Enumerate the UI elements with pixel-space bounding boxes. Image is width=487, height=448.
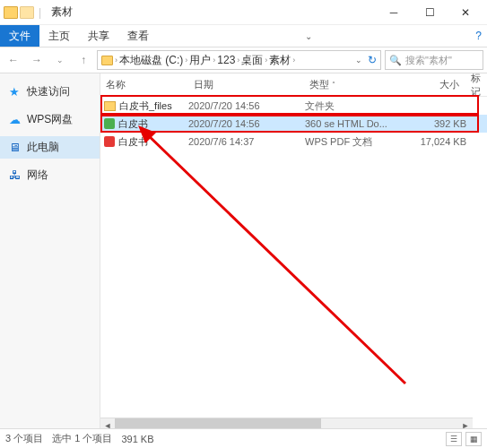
chevron-right-icon: › bbox=[185, 56, 187, 65]
html-file-icon bbox=[104, 118, 115, 129]
menubar: 文件 主页 共享 查看 ⌄ ? bbox=[0, 25, 487, 47]
menu-view[interactable]: 查看 bbox=[118, 25, 158, 47]
menu-home[interactable]: 主页 bbox=[39, 25, 79, 47]
help-icon[interactable]: ? bbox=[475, 30, 482, 42]
chevron-right-icon: › bbox=[265, 56, 267, 65]
expand-ribbon-icon[interactable]: ⌄ bbox=[305, 31, 312, 41]
window-titlebar: | 素材 ─ ☐ ✕ bbox=[0, 0, 487, 25]
pdf-file-icon bbox=[104, 136, 115, 147]
file-date: 2020/7/6 14:37 bbox=[188, 136, 305, 147]
cloud-icon: ☁ bbox=[7, 113, 22, 127]
monitor-icon: 🖥 bbox=[7, 141, 22, 155]
nav-up-button[interactable]: ↑ bbox=[74, 50, 93, 70]
folder-icon bbox=[101, 56, 113, 65]
menu-file[interactable]: 文件 bbox=[0, 25, 39, 47]
sidebar-item-network[interactable]: 🖧 网络 bbox=[0, 164, 100, 186]
file-date: 2020/7/20 14:56 bbox=[188, 100, 305, 111]
chevron-right-icon: › bbox=[115, 56, 117, 65]
breadcrumb-dropdown-icon[interactable]: ⌄ bbox=[355, 56, 362, 65]
folder-icon bbox=[20, 6, 34, 19]
file-name: 白皮书 bbox=[118, 135, 148, 149]
file-list-pane: 名称 日期 类型˄ 大小 标记 白皮书_files 2020/7/20 14:5… bbox=[100, 73, 487, 432]
column-size[interactable]: 大小 bbox=[412, 78, 465, 91]
sidebar-item-thispc[interactable]: 🖥 此电脑 bbox=[0, 136, 100, 159]
breadcrumb-segment[interactable]: 本地磁盘 (C:) bbox=[119, 53, 183, 68]
nav-recent-button[interactable]: ⌄ bbox=[50, 50, 70, 70]
address-bar: ← → ⌄ ↑ › 本地磁盘 (C:) › 用户 › 123 › 桌面 › 素材… bbox=[0, 47, 487, 73]
column-type[interactable]: 类型˄ bbox=[304, 78, 412, 91]
column-name[interactable]: 名称 bbox=[100, 78, 188, 91]
status-bar: 3 个项目 选中 1 个项目 391 KB ☰ ▦ bbox=[0, 428, 487, 448]
table-row[interactable]: 白皮书_files 2020/7/20 14:56 文件夹 bbox=[100, 97, 487, 115]
sidebar-item-label: 网络 bbox=[27, 168, 48, 183]
breadcrumb-segment[interactable]: 123 bbox=[217, 54, 235, 66]
sidebar-item-label: WPS网盘 bbox=[27, 112, 73, 127]
annotation-arrow bbox=[136, 124, 414, 392]
breadcrumb-segment[interactable]: 桌面 bbox=[241, 53, 263, 68]
star-icon: ★ bbox=[7, 85, 22, 99]
refresh-icon[interactable]: ↻ bbox=[368, 54, 377, 66]
file-size: 392 KB bbox=[413, 118, 466, 129]
breadcrumb[interactable]: › 本地磁盘 (C:) › 用户 › 123 › 桌面 › 素材 › ⌄ ↻ bbox=[97, 50, 381, 70]
breadcrumb-segment[interactable]: 素材 bbox=[269, 53, 291, 68]
sidebar-item-quickaccess[interactable]: ★ 快速访问 bbox=[0, 81, 100, 103]
folder-icon bbox=[4, 6, 18, 19]
file-rows: 白皮书_files 2020/7/20 14:56 文件夹 白皮书 2020/7… bbox=[100, 97, 487, 151]
file-name: 白皮书_files bbox=[119, 99, 172, 113]
sidebar-item-label: 此电脑 bbox=[27, 140, 59, 155]
sidebar-item-label: 快速访问 bbox=[27, 84, 70, 99]
menu-share[interactable]: 共享 bbox=[79, 25, 118, 47]
folder-icon bbox=[104, 101, 116, 111]
chevron-right-icon: › bbox=[237, 56, 239, 65]
column-mark[interactable]: 标记 bbox=[465, 73, 487, 99]
file-name: 白皮书 bbox=[118, 117, 148, 131]
search-icon: 🔍 bbox=[389, 55, 402, 66]
file-type: WPS PDF 文档 bbox=[305, 135, 413, 149]
svg-line-0 bbox=[145, 133, 405, 383]
file-date: 2020/7/20 14:56 bbox=[188, 118, 305, 129]
minimize-button[interactable]: ─ bbox=[376, 2, 412, 23]
search-placeholder: 搜索"素材" bbox=[405, 54, 452, 67]
column-date[interactable]: 日期 bbox=[188, 78, 305, 91]
window-title: 素材 bbox=[51, 4, 73, 20]
file-size: 17,024 KB bbox=[413, 136, 466, 147]
table-row[interactable]: 白皮书 2020/7/20 14:56 360 se HTML Do... 39… bbox=[100, 115, 487, 133]
content-area: ★ 快速访问 ☁ WPS网盘 🖥 此电脑 🖧 网络 名称 日期 类型˄ 大小 标… bbox=[0, 73, 487, 432]
sidebar-item-wps[interactable]: ☁ WPS网盘 bbox=[0, 108, 100, 131]
titlebar-divider: | bbox=[39, 6, 41, 19]
file-type: 360 se HTML Do... bbox=[305, 118, 413, 129]
network-icon: 🖧 bbox=[7, 168, 22, 183]
nav-back-button[interactable]: ← bbox=[4, 50, 23, 70]
breadcrumb-segment[interactable]: 用户 bbox=[189, 53, 211, 68]
status-item-count: 3 个项目 bbox=[5, 432, 43, 445]
close-button[interactable]: ✕ bbox=[448, 2, 483, 23]
chevron-right-icon: › bbox=[292, 56, 295, 65]
maximize-button[interactable]: ☐ bbox=[412, 2, 448, 23]
table-row[interactable]: 白皮书 2020/7/6 14:37 WPS PDF 文档 17,024 KB bbox=[100, 133, 487, 151]
status-selection-size: 391 KB bbox=[121, 434, 153, 444]
status-selection: 选中 1 个项目 bbox=[52, 432, 112, 445]
search-input[interactable]: 🔍 搜索"素材" bbox=[385, 50, 483, 70]
sort-indicator-icon: ˄ bbox=[332, 81, 335, 89]
navigation-sidebar: ★ 快速访问 ☁ WPS网盘 🖥 此电脑 🖧 网络 bbox=[0, 73, 100, 432]
file-type: 文件夹 bbox=[305, 99, 413, 113]
nav-forward-button[interactable]: → bbox=[27, 50, 47, 70]
column-headers: 名称 日期 类型˄ 大小 标记 bbox=[100, 73, 487, 97]
view-details-button[interactable]: ☰ bbox=[446, 432, 462, 446]
chevron-right-icon: › bbox=[213, 56, 215, 65]
view-large-button[interactable]: ▦ bbox=[465, 432, 482, 446]
